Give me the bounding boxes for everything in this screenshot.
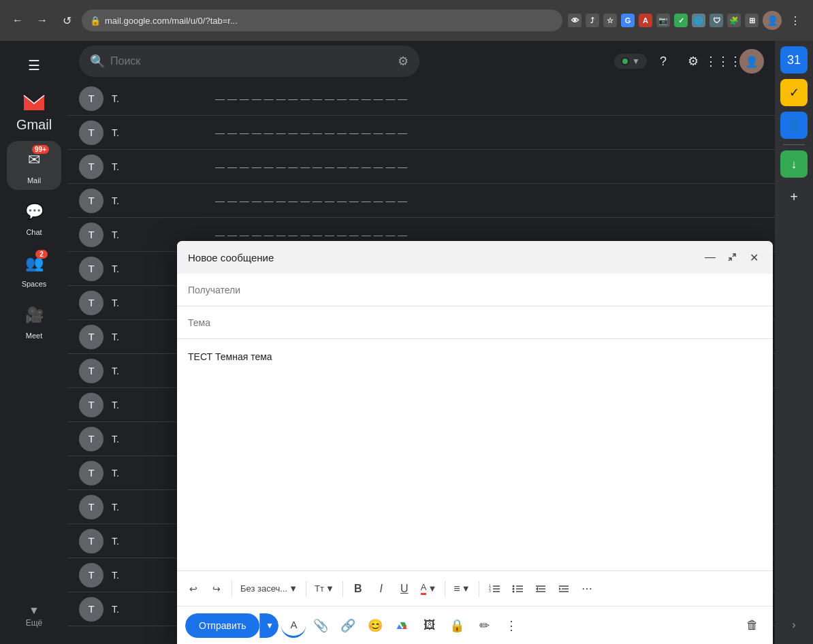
gmail-main-area: 🔍 ⚙ ▼ ? ⚙ ⋮⋮⋮ 👤 T T. — — — — [68, 41, 775, 644]
user-avatar[interactable]: 👤 — [739, 49, 764, 74]
table-row[interactable]: T T. — — — — — — — — — — — — — — — — — [68, 116, 775, 150]
send-dropdown-button[interactable]: ▼ — [259, 613, 278, 638]
eye-ext-icon[interactable]: 👁 — [568, 14, 581, 27]
avatar: T — [79, 529, 103, 553]
app-layout: ☰ Gmail ✉ 99+ Mail 💬 — [0, 41, 813, 644]
table-row[interactable]: T T. — — — — — — — — — — — — — — — — — [68, 150, 775, 184]
gmail-logo[interactable] — [22, 84, 46, 120]
send-button[interactable]: Отправить — [185, 613, 259, 638]
bullet-list-button[interactable] — [507, 578, 528, 600]
svg-text:3: 3 — [489, 589, 491, 593]
subject-input[interactable] — [188, 317, 762, 328]
add-panel-button[interactable]: + — [780, 183, 808, 210]
insert-image-button[interactable]: 🖼 — [417, 613, 442, 638]
contacts-panel-button[interactable]: 👤 — [780, 112, 808, 139]
help-button[interactable]: ? — [650, 48, 677, 75]
puzzle-ext-icon[interactable]: 🧩 — [727, 14, 741, 27]
screen-ext-icon[interactable]: 📷 — [656, 14, 670, 27]
italic-button[interactable]: I — [370, 578, 392, 600]
font-color-button[interactable]: A ▼ — [417, 579, 441, 598]
mail-label: Mail — [27, 176, 41, 184]
globe-ext-icon[interactable]: 🌐 — [692, 14, 705, 27]
compose-body[interactable]: ТЕСТ Темная тема — [177, 339, 773, 570]
sidebar-item-mail[interactable]: ✉ 99+ Mail — [7, 141, 61, 190]
shield-ext-icon[interactable]: 🛡 — [710, 14, 723, 27]
insert-emoji-button[interactable]: 😊 — [363, 613, 387, 638]
delete-draft-button[interactable]: 🗑 — [740, 613, 765, 638]
sidebar-item-spaces[interactable]: 👥 2 Spaces — [7, 244, 61, 293]
pdf-ext-icon[interactable]: A — [639, 14, 652, 27]
lock-icon: 🔒 — [90, 16, 101, 26]
insert-link-button[interactable]: 🔗 — [336, 613, 360, 638]
compose-body-text: ТЕСТ Темная тема — [188, 351, 272, 362]
window-ext-icon[interactable]: ⊞ — [745, 14, 759, 27]
avatar: T — [79, 257, 103, 281]
undo-button[interactable]: ↩ — [182, 578, 204, 600]
sidebar-more-button[interactable]: ▼ Ещё — [20, 599, 48, 633]
mail-icon-wrap: ✉ 99+ — [20, 146, 48, 174]
sidebar-item-meet[interactable]: 🎥 Meet — [7, 296, 61, 345]
translate-ext-icon[interactable]: G — [621, 14, 635, 27]
compose-to-field[interactable] — [177, 274, 773, 306]
format-text-button[interactable]: A — [281, 613, 306, 638]
search-filter-icon[interactable]: ⚙ — [398, 54, 409, 69]
sidebar-item-chat[interactable]: 💬 Chat — [7, 193, 61, 242]
download-panel-button[interactable]: ↓ — [780, 150, 808, 178]
attach-file-button[interactable]: 📎 — [308, 613, 333, 638]
search-input[interactable] — [110, 55, 392, 67]
panel-expand-button[interactable]: › — [786, 617, 802, 633]
email-sender: T. — [112, 161, 207, 172]
numbered-list-button[interactable]: 1 2 3 — [483, 578, 505, 600]
bold-button[interactable]: B — [347, 578, 369, 600]
compose-expand-button[interactable] — [724, 249, 740, 265]
chat-icon-wrap: 💬 — [20, 198, 48, 225]
hamburger-menu-button[interactable]: ☰ — [18, 49, 50, 82]
browser-more-button[interactable]: ⋮ — [786, 11, 805, 30]
avatar: T — [79, 291, 103, 315]
to-input[interactable] — [188, 285, 762, 295]
signature-button[interactable]: ✏ — [472, 613, 496, 638]
indent-decrease-button[interactable] — [530, 578, 552, 600]
status-indicator[interactable]: ▼ — [614, 54, 647, 69]
back-button[interactable]: ← — [8, 11, 27, 30]
table-row[interactable]: T T. — — — — — — — — — — — — — — — — — [68, 184, 775, 218]
avatar: T — [79, 325, 103, 349]
drive-icon — [396, 619, 409, 632]
address-bar[interactable]: 🔒 mail.google.com/mail/u/0/?tab=r... — [82, 10, 562, 31]
star-ext-icon[interactable]: ☆ — [603, 14, 617, 27]
calendar-panel-button[interactable]: 31 — [780, 46, 808, 74]
compose-subject-field[interactable] — [177, 306, 773, 339]
align-button[interactable]: ≡ ▼ — [449, 580, 474, 598]
underline-button[interactable]: U — [394, 578, 415, 600]
forward-button[interactable]: → — [33, 11, 52, 30]
redo-button[interactable]: ↪ — [206, 578, 227, 600]
avatar: T — [79, 86, 103, 111]
confidential-button[interactable]: 🔒 — [445, 613, 469, 638]
search-bar[interactable]: 🔍 ⚙ — [79, 46, 419, 77]
reload-button[interactable]: ↺ — [57, 11, 76, 30]
avatar: T — [79, 495, 103, 519]
align-dropdown-icon: ▼ — [462, 583, 471, 594]
avatar: T — [79, 155, 103, 179]
more-options-button[interactable]: ⋮ — [499, 613, 524, 638]
table-row[interactable]: T T. — — — — — — — — — — — — — — — — — [68, 82, 775, 116]
more-formatting-button[interactable]: ⋯ — [576, 578, 598, 600]
text-size-button[interactable]: Тт ▼ — [310, 581, 338, 596]
tasks-panel-button[interactable]: ✓ — [780, 79, 808, 106]
compose-minimize-button[interactable]: — — [702, 249, 718, 265]
compose-close-button[interactable]: ✕ — [746, 249, 762, 265]
font-select-button[interactable]: Без засеч... ▼ — [236, 581, 302, 596]
avatar: T — [79, 461, 103, 485]
apps-button[interactable]: ⋮⋮⋮ — [710, 48, 737, 75]
browser-user-avatar[interactable]: 👤 — [763, 11, 782, 30]
toolbar-separator-4 — [445, 581, 445, 597]
drive-button[interactable] — [390, 613, 415, 638]
bullet-list-icon — [511, 583, 524, 595]
extensions-area: 👁 ⤴ ☆ G A 📷 ✓ 🌐 🛡 🧩 ⊞ 👤 ⋮ — [568, 11, 805, 30]
settings-button[interactable]: ⚙ — [680, 48, 707, 75]
indent-increase-button[interactable] — [553, 578, 575, 600]
task-ext-icon[interactable]: ✓ — [674, 14, 688, 27]
compose-bottom-bar: Отправить ▼ A 📎 🔗 😊 — [177, 606, 773, 644]
indent-decrease-icon — [535, 583, 547, 595]
share-ext-icon[interactable]: ⤴ — [586, 14, 599, 27]
